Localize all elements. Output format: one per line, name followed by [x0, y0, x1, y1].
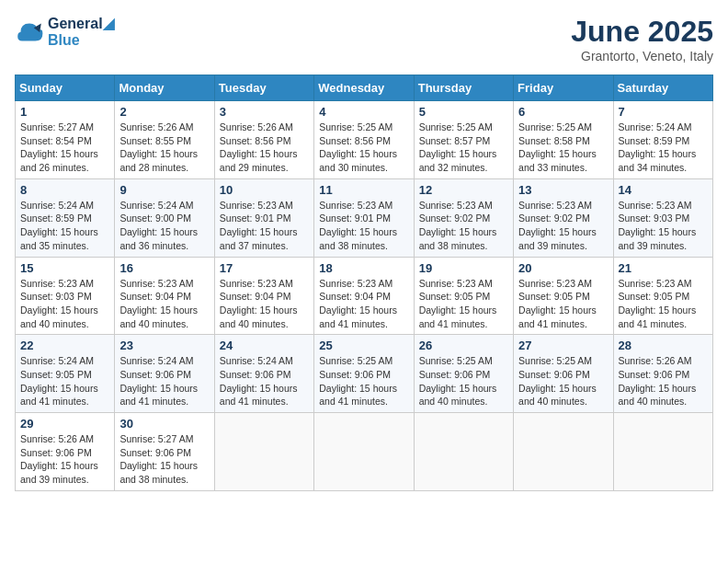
- day-number: 21: [619, 261, 708, 275]
- calendar-cell: 7 Sunrise: 5:24 AMSunset: 8:59 PMDayligh…: [613, 101, 712, 179]
- day-number: 5: [419, 105, 508, 119]
- day-info: Sunrise: 5:24 AMSunset: 9:05 PMDaylight:…: [20, 354, 109, 408]
- calendar-week-3: 15 Sunrise: 5:23 AMSunset: 9:03 PMDaylig…: [16, 257, 713, 335]
- day-info: Sunrise: 5:26 AMSunset: 9:06 PMDaylight:…: [619, 354, 708, 408]
- location: Grantorto, Veneto, Italy: [571, 49, 713, 63]
- day-info: Sunrise: 5:23 AMSunset: 9:01 PMDaylight:…: [319, 199, 408, 253]
- calendar-cell: 29 Sunrise: 5:26 AMSunset: 9:06 PMDaylig…: [16, 413, 115, 491]
- day-number: 8: [20, 183, 109, 197]
- calendar-cell: 5 Sunrise: 5:25 AMSunset: 8:57 PMDayligh…: [414, 101, 513, 179]
- day-number: 16: [119, 261, 209, 275]
- day-number: 2: [119, 105, 209, 119]
- day-info: Sunrise: 5:25 AMSunset: 8:56 PMDaylight:…: [319, 121, 408, 175]
- calendar-cell: 14 Sunrise: 5:23 AMSunset: 9:03 PMDaylig…: [613, 178, 712, 257]
- calendar-cell: 9 Sunrise: 5:24 AMSunset: 9:00 PMDayligh…: [115, 178, 214, 257]
- day-info: Sunrise: 5:23 AMSunset: 9:05 PMDaylight:…: [619, 277, 708, 331]
- day-info: Sunrise: 5:23 AMSunset: 9:02 PMDaylight:…: [518, 199, 608, 253]
- calendar-cell: 23 Sunrise: 5:24 AMSunset: 9:06 PMDaylig…: [115, 335, 214, 413]
- calendar-cell: 11 Sunrise: 5:23 AMSunset: 9:01 PMDaylig…: [314, 178, 414, 257]
- day-number: 15: [20, 261, 109, 275]
- calendar-cell: 22 Sunrise: 5:24 AMSunset: 9:05 PMDaylig…: [16, 335, 115, 413]
- day-info: Sunrise: 5:25 AMSunset: 8:57 PMDaylight:…: [419, 121, 508, 175]
- calendar-cell: 6 Sunrise: 5:25 AMSunset: 8:58 PMDayligh…: [514, 101, 613, 179]
- calendar-cell: 4 Sunrise: 5:25 AMSunset: 8:56 PMDayligh…: [314, 101, 414, 179]
- calendar-table: SundayMondayTuesdayWednesdayThursdayFrid…: [15, 75, 713, 491]
- day-info: Sunrise: 5:23 AMSunset: 9:03 PMDaylight:…: [20, 277, 109, 331]
- day-number: 9: [119, 183, 209, 197]
- day-info: Sunrise: 5:23 AMSunset: 9:03 PMDaylight:…: [619, 199, 708, 253]
- day-info: Sunrise: 5:27 AMSunset: 8:54 PMDaylight:…: [20, 121, 109, 175]
- day-info: Sunrise: 5:23 AMSunset: 9:05 PMDaylight:…: [419, 277, 508, 331]
- calendar-cell: 13 Sunrise: 5:23 AMSunset: 9:02 PMDaylig…: [514, 178, 613, 257]
- day-info: Sunrise: 5:27 AMSunset: 9:06 PMDaylight:…: [119, 432, 209, 487]
- day-info: Sunrise: 5:24 AMSunset: 9:06 PMDaylight:…: [220, 354, 309, 408]
- day-number: 20: [518, 261, 608, 275]
- calendar-week-1: 1 Sunrise: 5:27 AMSunset: 8:54 PMDayligh…: [16, 101, 713, 179]
- day-number: 11: [319, 183, 408, 197]
- weekday-header-friday: Friday: [514, 75, 613, 101]
- calendar-cell: [214, 413, 313, 491]
- day-info: Sunrise: 5:23 AMSunset: 9:05 PMDaylight:…: [518, 277, 608, 331]
- calendar-week-4: 22 Sunrise: 5:24 AMSunset: 9:05 PMDaylig…: [16, 335, 713, 413]
- calendar-cell: 25 Sunrise: 5:25 AMSunset: 9:06 PMDaylig…: [314, 335, 414, 413]
- day-number: 29: [20, 417, 109, 431]
- calendar-cell: 15 Sunrise: 5:23 AMSunset: 9:03 PMDaylig…: [16, 257, 115, 335]
- calendar-cell: 26 Sunrise: 5:25 AMSunset: 9:06 PMDaylig…: [414, 335, 513, 413]
- month-title: June 2025: [571, 15, 713, 49]
- calendar-cell: 12 Sunrise: 5:23 AMSunset: 9:02 PMDaylig…: [414, 178, 513, 257]
- calendar-cell: 24 Sunrise: 5:24 AMSunset: 9:06 PMDaylig…: [214, 335, 313, 413]
- calendar-cell: 16 Sunrise: 5:23 AMSunset: 9:04 PMDaylig…: [115, 257, 214, 335]
- day-info: Sunrise: 5:25 AMSunset: 9:06 PMDaylight:…: [518, 354, 608, 408]
- calendar-cell: 18 Sunrise: 5:23 AMSunset: 9:04 PMDaylig…: [314, 257, 414, 335]
- logo-text: General◢ Blue: [48, 15, 114, 49]
- calendar-week-2: 8 Sunrise: 5:24 AMSunset: 8:59 PMDayligh…: [16, 178, 713, 257]
- day-number: 1: [20, 105, 109, 119]
- day-number: 13: [518, 183, 608, 197]
- calendar-cell: 19 Sunrise: 5:23 AMSunset: 9:05 PMDaylig…: [414, 257, 513, 335]
- calendar-cell: 1 Sunrise: 5:27 AMSunset: 8:54 PMDayligh…: [16, 101, 115, 179]
- calendar-cell: 30 Sunrise: 5:27 AMSunset: 9:06 PMDaylig…: [115, 413, 214, 491]
- day-info: Sunrise: 5:23 AMSunset: 9:04 PMDaylight:…: [319, 277, 408, 331]
- logo: General◢ Blue: [15, 15, 114, 49]
- weekday-header-wednesday: Wednesday: [314, 75, 414, 101]
- day-info: Sunrise: 5:23 AMSunset: 9:02 PMDaylight:…: [419, 199, 508, 253]
- logo-icon: [15, 17, 44, 47]
- day-info: Sunrise: 5:23 AMSunset: 9:01 PMDaylight:…: [220, 199, 309, 253]
- weekday-header-sunday: Sunday: [16, 75, 115, 101]
- weekday-header-saturday: Saturday: [613, 75, 712, 101]
- page-header: General◢ Blue June 2025 Grantorto, Venet…: [15, 15, 713, 63]
- day-number: 19: [419, 261, 508, 275]
- calendar-cell: [414, 413, 513, 491]
- day-number: 18: [319, 261, 408, 275]
- weekday-header-monday: Monday: [115, 75, 214, 101]
- day-info: Sunrise: 5:24 AMSunset: 8:59 PMDaylight:…: [619, 121, 708, 175]
- day-number: 25: [319, 339, 408, 352]
- day-number: 24: [220, 339, 309, 352]
- day-info: Sunrise: 5:26 AMSunset: 8:55 PMDaylight:…: [119, 121, 209, 175]
- title-block: June 2025 Grantorto, Veneto, Italy: [571, 15, 713, 63]
- day-info: Sunrise: 5:24 AMSunset: 9:00 PMDaylight:…: [119, 199, 209, 253]
- calendar-cell: 28 Sunrise: 5:26 AMSunset: 9:06 PMDaylig…: [613, 335, 712, 413]
- day-info: Sunrise: 5:23 AMSunset: 9:04 PMDaylight:…: [220, 277, 309, 331]
- day-info: Sunrise: 5:24 AMSunset: 8:59 PMDaylight:…: [20, 199, 109, 253]
- day-info: Sunrise: 5:25 AMSunset: 9:06 PMDaylight:…: [319, 354, 408, 408]
- calendar-cell: 17 Sunrise: 5:23 AMSunset: 9:04 PMDaylig…: [214, 257, 313, 335]
- calendar-cell: 10 Sunrise: 5:23 AMSunset: 9:01 PMDaylig…: [214, 178, 313, 257]
- calendar-cell: 3 Sunrise: 5:26 AMSunset: 8:56 PMDayligh…: [214, 101, 313, 179]
- calendar-cell: [613, 413, 712, 491]
- calendar-cell: 20 Sunrise: 5:23 AMSunset: 9:05 PMDaylig…: [514, 257, 613, 335]
- day-number: 14: [619, 183, 708, 197]
- calendar-cell: 2 Sunrise: 5:26 AMSunset: 8:55 PMDayligh…: [115, 101, 214, 179]
- calendar-cell: 27 Sunrise: 5:25 AMSunset: 9:06 PMDaylig…: [514, 335, 613, 413]
- day-number: 7: [619, 105, 708, 119]
- day-info: Sunrise: 5:23 AMSunset: 9:04 PMDaylight:…: [119, 277, 209, 331]
- day-number: 26: [419, 339, 508, 352]
- day-number: 22: [20, 339, 109, 352]
- day-info: Sunrise: 5:25 AMSunset: 9:06 PMDaylight:…: [419, 354, 508, 408]
- day-info: Sunrise: 5:25 AMSunset: 8:58 PMDaylight:…: [518, 121, 608, 175]
- calendar-cell: [514, 413, 613, 491]
- calendar-cell: [314, 413, 414, 491]
- day-number: 30: [119, 417, 209, 431]
- day-info: Sunrise: 5:26 AMSunset: 9:06 PMDaylight:…: [20, 432, 109, 487]
- day-info: Sunrise: 5:26 AMSunset: 8:56 PMDaylight:…: [220, 121, 309, 175]
